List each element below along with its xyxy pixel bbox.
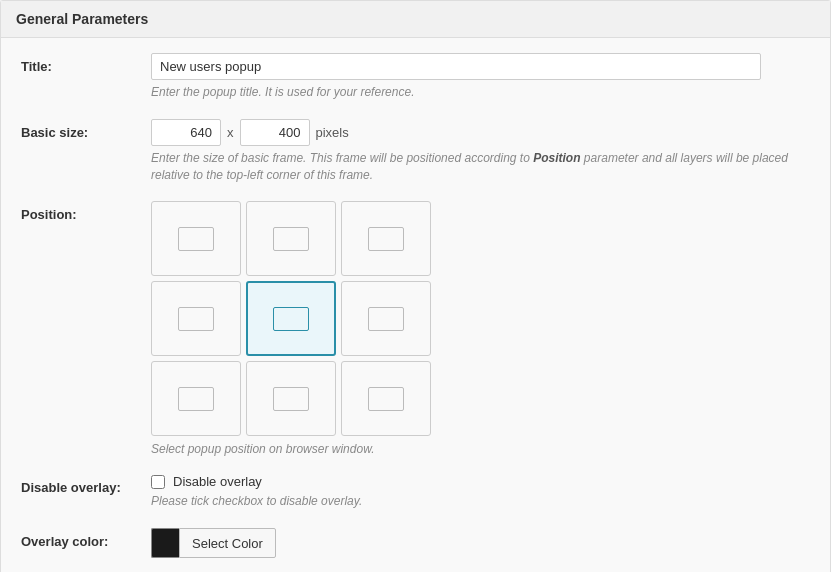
position-cell-8[interactable] — [341, 361, 431, 436]
size-row: Basic size: x pixels Enter the size of b… — [21, 119, 810, 184]
size-unit: pixels — [316, 125, 349, 140]
position-cell-3[interactable] — [151, 281, 241, 356]
overlay-row: Disable overlay: Disable overlay Please … — [21, 474, 810, 510]
position-cell-inner-6 — [178, 387, 214, 411]
position-row: Position: Select popup position on brows… — [21, 201, 810, 456]
position-cell-inner-5 — [368, 307, 404, 331]
position-label: Position: — [21, 201, 151, 222]
select-color-button[interactable]: Select Color — [179, 528, 276, 558]
position-cell-inner-7 — [273, 387, 309, 411]
color-label: Overlay color: — [21, 528, 151, 549]
title-content: Enter the popup title. It is used for yo… — [151, 53, 810, 101]
position-cell-inner-3 — [178, 307, 214, 331]
general-parameters-panel: General Parameters Title: Enter the popu… — [0, 0, 831, 572]
height-input[interactable] — [240, 119, 310, 146]
position-hint: Select popup position on browser window. — [151, 442, 810, 456]
size-label: Basic size: — [21, 119, 151, 140]
title-row: Title: Enter the popup title. It is used… — [21, 53, 810, 101]
position-cell-1[interactable] — [246, 201, 336, 276]
position-cell-4[interactable] — [246, 281, 336, 356]
width-input[interactable] — [151, 119, 221, 146]
title-input[interactable] — [151, 53, 761, 80]
panel-title: General Parameters — [1, 1, 830, 38]
position-cell-0[interactable] — [151, 201, 241, 276]
position-cell-inner-0 — [178, 227, 214, 251]
color-row: Overlay color: Select Color — [21, 528, 810, 558]
position-cell-inner-2 — [368, 227, 404, 251]
title-hint: Enter the popup title. It is used for yo… — [151, 84, 810, 101]
color-content: Select Color — [151, 528, 810, 558]
position-grid — [151, 201, 810, 436]
title-label: Title: — [21, 53, 151, 74]
size-content: x pixels Enter the size of basic frame. … — [151, 119, 810, 184]
overlay-hint: Please tick checkbox to disable overlay. — [151, 493, 810, 510]
overlay-content: Disable overlay Please tick checkbox to … — [151, 474, 810, 510]
size-hint: Enter the size of basic frame. This fram… — [151, 150, 810, 184]
color-picker-row: Select Color — [151, 528, 810, 558]
overlay-checkbox-row: Disable overlay — [151, 474, 810, 489]
position-cell-5[interactable] — [341, 281, 431, 356]
color-swatch[interactable] — [151, 528, 179, 558]
position-cell-2[interactable] — [341, 201, 431, 276]
position-cell-inner-1 — [273, 227, 309, 251]
position-cell-inner-4 — [273, 307, 309, 331]
position-cell-7[interactable] — [246, 361, 336, 436]
position-cell-6[interactable] — [151, 361, 241, 436]
size-separator: x — [227, 125, 234, 140]
position-cell-inner-8 — [368, 387, 404, 411]
overlay-checkbox-label: Disable overlay — [173, 474, 262, 489]
overlay-label: Disable overlay: — [21, 474, 151, 495]
overlay-checkbox[interactable] — [151, 475, 165, 489]
position-content: Select popup position on browser window. — [151, 201, 810, 456]
